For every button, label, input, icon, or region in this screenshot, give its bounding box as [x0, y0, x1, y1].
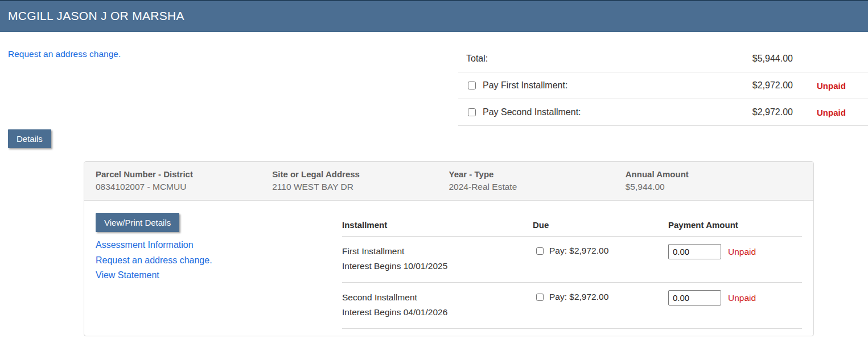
first-installment-unpaid-status: Unpaid: [728, 247, 756, 257]
parcel-links: Assessment Information Request an addres…: [96, 238, 342, 283]
first-installment-amount: $2,972.00: [719, 80, 793, 91]
pay-second-installment-label: Pay Second Installment:: [483, 107, 581, 117]
total-label: Total:: [458, 54, 719, 64]
second-installment-status-badge: Unpaid: [793, 108, 868, 117]
assessment-information-link[interactable]: Assessment Information: [96, 238, 342, 253]
second-installment-name: Second Installment: [342, 290, 533, 305]
first-installment-due-cell: Pay: $2,972.00: [533, 244, 668, 274]
annual-amount-value: $5,944.00: [626, 182, 802, 192]
taxpayer-name-title: MCGILL JASON J OR MARSHA: [8, 9, 184, 23]
year-type-label: Year - Type: [449, 169, 626, 179]
parcel-details-body: View/Print Details Assessment Informatio…: [84, 201, 813, 329]
payment-summary-table: Total: $5,944.00 Pay First Installment: …: [458, 46, 868, 126]
first-installment-payment-input[interactable]: [668, 244, 721, 259]
first-installment-name: First Installment: [342, 244, 533, 259]
installment-column-header: Installment: [342, 220, 533, 230]
pay-second-installment-row: Pay Second Installment: $2,972.00 Unpaid: [458, 99, 868, 126]
first-installment-payment-cell: Unpaid: [668, 244, 802, 274]
second-installment-name-cell: Second Installment Interest Begins 04/01…: [342, 290, 533, 320]
total-row: Total: $5,944.00: [458, 46, 868, 72]
first-installment-pay-checkbox[interactable]: [536, 247, 544, 255]
annual-amount-label: Annual Amount: [626, 169, 802, 179]
second-installment-unpaid-status: Unpaid: [728, 293, 756, 303]
installments-table: Installment Due Payment Amount First Ins…: [342, 213, 802, 329]
first-installment-pay-label: Pay: $2,972.00: [549, 246, 608, 256]
parcel-number-column: Parcel Number - District 0834102007 - MC…: [96, 169, 272, 192]
payment-amount-column-header: Payment Amount: [668, 220, 802, 230]
pay-first-installment-label: Pay First Installment:: [483, 80, 567, 91]
first-installment-table-row: First Installment Interest Begins 10/01/…: [342, 237, 802, 283]
parcel-number-value: 0834102007 - MCMUU: [96, 182, 272, 192]
due-column-header: Due: [533, 220, 668, 230]
second-installment-pay-checkbox[interactable]: [536, 294, 544, 301]
parcel-details-panel: Parcel Number - District 0834102007 - MC…: [84, 161, 814, 336]
second-installment-due-cell: Pay: $2,972.00: [533, 290, 668, 320]
top-row: Request an address change. Total: $5,944…: [0, 32, 868, 126]
details-button[interactable]: Details: [8, 129, 51, 148]
pay-first-installment-row: Pay First Installment: $2,972.00 Unpaid: [458, 72, 868, 99]
parcel-summary-header: Parcel Number - District 0834102007 - MC…: [84, 162, 813, 201]
second-installment-amount: $2,972.00: [719, 107, 793, 117]
second-installment-pay-label: Pay: $2,972.00: [549, 292, 608, 302]
view-print-details-button[interactable]: View/Print Details: [96, 213, 179, 232]
first-installment-interest-note: Interest Begins 10/01/2025: [342, 259, 533, 274]
installments-table-header: Installment Due Payment Amount: [342, 213, 802, 237]
parcel-actions-column: View/Print Details Assessment Informatio…: [96, 213, 342, 329]
first-installment-name-cell: First Installment Interest Begins 10/01/…: [342, 244, 533, 274]
total-amount: $5,944.00: [719, 54, 793, 64]
site-address-value: 2110 WEST BAY DR: [272, 182, 449, 192]
pay-first-installment-checkbox[interactable]: [468, 82, 476, 89]
second-installment-interest-note: Interest Begins 04/01/2026: [342, 305, 533, 320]
pay-second-installment-checkbox[interactable]: [468, 108, 476, 116]
year-type-column: Year - Type 2024-Real Estate: [449, 169, 626, 192]
second-installment-payment-cell: Unpaid: [668, 290, 802, 320]
parcel-number-label: Parcel Number - District: [96, 169, 272, 179]
taxpayer-title-bar: MCGILL JASON J OR MARSHA: [0, 0, 868, 32]
second-installment-payment-input[interactable]: [668, 290, 721, 306]
first-installment-status-badge: Unpaid: [793, 81, 868, 91]
site-address-label: Site or Legal Address: [272, 169, 449, 179]
address-change-link-panel[interactable]: Request an address change.: [96, 253, 342, 268]
second-installment-table-row: Second Installment Interest Begins 04/01…: [342, 283, 802, 329]
address-change-link[interactable]: Request an address change.: [8, 49, 458, 59]
annual-amount-column: Annual Amount $5,944.00: [626, 169, 802, 192]
site-address-column: Site or Legal Address 2110 WEST BAY DR: [272, 169, 449, 192]
year-type-value: 2024-Real Estate: [449, 182, 626, 192]
view-statement-link[interactable]: View Statement: [96, 268, 342, 283]
